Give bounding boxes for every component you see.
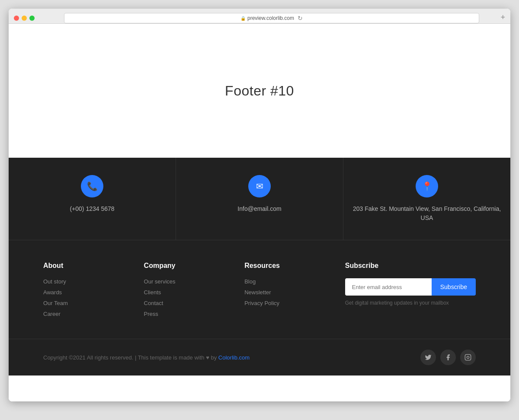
colorlib-link[interactable]: Colorlib.com [218, 354, 250, 361]
svg-rect-0 [465, 354, 471, 360]
copyright-text: Copyright ©2021 All rights reserved. | T… [43, 354, 250, 361]
close-button[interactable] [14, 16, 19, 21]
phone-icon: 📞 [87, 181, 98, 191]
company-link-press[interactable]: Press [144, 311, 227, 317]
lock-icon: 🔒 [240, 16, 246, 21]
copyright-label: Copyright ©2021 All rights reserved. | T… [43, 354, 217, 361]
browser-chrome: 🔒 preview.colorlib.com ↻ + [9, 9, 510, 24]
subscribe-title: Subscribe [345, 262, 476, 270]
footer-col-company: Company Our services Clients Contact Pre… [144, 262, 227, 321]
contact-location-item: 📍 203 Fake St. Mountain View, San Franci… [343, 158, 510, 240]
contact-phone-item: 📞 (+00) 1234 5678 [9, 158, 176, 240]
footer: 📞 (+00) 1234 5678 ✉ Info@email.com 📍 203… [9, 158, 510, 375]
footer-col-resources: Resources Blog Newsletter Privacy Policy [244, 262, 328, 321]
page-header: Footer #10 [9, 24, 510, 158]
location-icon-circle: 📍 [416, 175, 438, 197]
phone-icon-circle: 📞 [81, 175, 103, 197]
about-title: About [43, 262, 127, 270]
contact-bar: 📞 (+00) 1234 5678 ✉ Info@email.com 📍 203… [9, 158, 510, 240]
address-bar[interactable]: 🔒 preview.colorlib.com ↻ [64, 13, 479, 23]
location-icon: 📍 [422, 181, 432, 191]
about-link-ourteam[interactable]: Our Team [43, 300, 127, 306]
company-link-ourservices[interactable]: Our services [144, 278, 227, 285]
maximize-button[interactable] [29, 16, 35, 21]
resources-title: Resources [244, 262, 328, 270]
subscribe-button[interactable]: Subscribe [432, 278, 476, 296]
footer-bottom: Copyright ©2021 All rights reserved. | T… [9, 339, 510, 375]
resources-link-blog[interactable]: Blog [244, 278, 328, 285]
url-text: preview.colorlib.com [247, 15, 294, 21]
facebook-icon[interactable] [440, 350, 456, 365]
contact-email-item: ✉ Info@email.com [176, 158, 343, 240]
about-link-ourstory[interactable]: Out story [43, 278, 127, 285]
footer-col-about: About Out story Awards Our Team Career [43, 262, 127, 321]
subscribe-form: Subscribe [345, 278, 476, 296]
new-tab-button[interactable]: + [500, 13, 505, 22]
company-link-contact[interactable]: Contact [144, 300, 227, 306]
company-title: Company [144, 262, 227, 270]
subscribe-hint: Get digital marketing updates in your ma… [345, 300, 476, 306]
about-link-awards[interactable]: Awards [43, 289, 127, 296]
company-link-clients[interactable]: Clients [144, 289, 227, 296]
traffic-lights [14, 16, 35, 21]
phone-number: (+00) 1234 5678 [70, 204, 114, 213]
resources-link-newsletter[interactable]: Newsletter [244, 289, 328, 296]
social-icons [420, 350, 476, 365]
email-input[interactable] [345, 278, 432, 296]
twitter-icon[interactable] [420, 350, 436, 365]
minimize-button[interactable] [22, 16, 27, 21]
refresh-icon[interactable]: ↻ [298, 15, 303, 22]
footer-links-area: About Out story Awards Our Team Career C… [9, 240, 510, 339]
email-icon: ✉ [256, 181, 263, 191]
bottom-strip [9, 375, 510, 401]
resources-link-privacy[interactable]: Privacy Policy [244, 300, 328, 306]
page-title: Footer #10 [225, 83, 294, 99]
instagram-icon[interactable] [460, 350, 476, 365]
location-address: 203 Fake St. Mountain View, San Francisc… [352, 204, 502, 223]
email-icon-circle: ✉ [248, 175, 271, 197]
about-link-career[interactable]: Career [43, 311, 127, 317]
footer-col-subscribe: Subscribe Subscribe Get digital marketin… [345, 262, 476, 321]
email-address: Info@email.com [237, 204, 281, 213]
